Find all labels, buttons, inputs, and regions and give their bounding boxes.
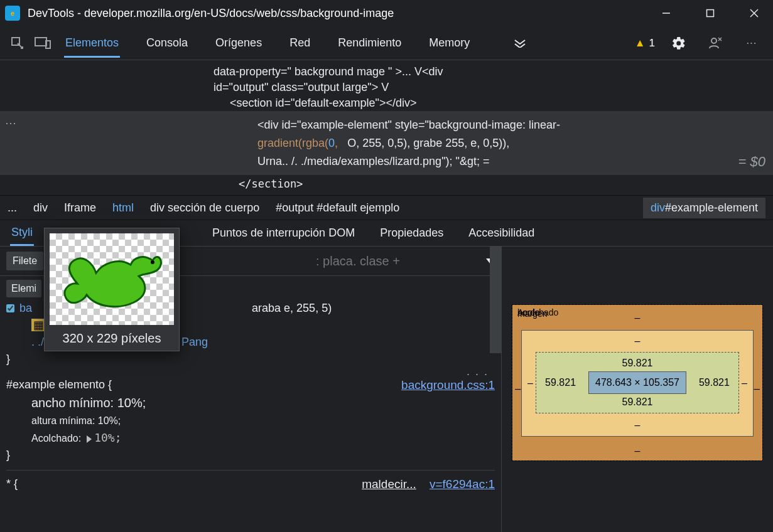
settings-icon[interactable] bbox=[666, 31, 691, 56]
subtab-styles[interactable]: Styli bbox=[10, 221, 34, 246]
source-hint[interactable]: maldecir... bbox=[362, 477, 416, 491]
css-function: gradient bbox=[257, 137, 298, 149]
svg-rect-1 bbox=[707, 10, 714, 17]
warning-count: 1 bbox=[649, 37, 655, 50]
subtab-accessibility[interactable]: Accesibilidad bbox=[467, 221, 536, 245]
crumb-body[interactable]: div sección de cuerpo bbox=[150, 201, 259, 215]
dom-text: <div id="example-element" style="backgro… bbox=[257, 119, 560, 131]
box-model[interactable]: margen – borde – – Acolchado 59.821 59.8… bbox=[512, 304, 763, 461]
css-property[interactable]: ba bbox=[19, 300, 32, 317]
dollar-zero: = $0 bbox=[738, 154, 765, 170]
padding-right[interactable]: 59.821 bbox=[699, 377, 730, 388]
dom-selected-node[interactable]: ⋯ <div id="example-element" style="backg… bbox=[0, 111, 773, 175]
breadcrumb: ... div Iframe html div sección de cuerp… bbox=[0, 195, 773, 220]
css-declaration[interactable]: ancho mínimo: 10%; bbox=[31, 396, 146, 410]
subtab-dom-breakpoints[interactable]: Puntos de interrupción DOM bbox=[211, 221, 356, 245]
device-icon[interactable] bbox=[30, 31, 55, 56]
dom-tree[interactable]: data-property=" background mage " >... V… bbox=[0, 60, 773, 195]
border-right[interactable]: – bbox=[742, 378, 747, 389]
dom-line[interactable]: data-property=" background mage " >... V… bbox=[0, 64, 773, 80]
image-dimensions: 320 x 229 píxeles bbox=[50, 331, 174, 346]
minimize-button[interactable] bbox=[652, 4, 680, 23]
element-badge: Elemi bbox=[6, 280, 41, 297]
margin-top[interactable]: – bbox=[635, 312, 641, 324]
padding-bottom[interactable]: 59.821 bbox=[622, 396, 653, 408]
border-left[interactable]: – bbox=[527, 378, 533, 389]
tab-performance[interactable]: Rendimiento bbox=[332, 29, 408, 57]
padding-left[interactable]: 59.821 bbox=[545, 377, 576, 388]
window-controls bbox=[652, 4, 768, 23]
filter-button[interactable]: Filete bbox=[6, 252, 43, 270]
kebab-icon[interactable]: ⋯ bbox=[739, 31, 764, 56]
css-value[interactable]: 10%; bbox=[94, 431, 121, 444]
style-toggle-checkbox[interactable] bbox=[6, 304, 14, 312]
tab-network[interactable]: Red bbox=[283, 29, 316, 57]
lizard-icon bbox=[58, 245, 165, 314]
styles-panel: Filete Elemi ba Cerca araba e, 255, 5) ,… bbox=[0, 247, 502, 532]
tab-sources[interactable]: Orígenes bbox=[209, 29, 268, 57]
warning-icon: ▲ bbox=[635, 37, 646, 50]
inspect-icon[interactable] bbox=[5, 31, 30, 56]
panel-tabs: Elementos Consola Orígenes Red Rendimien… bbox=[59, 29, 635, 57]
css-value[interactable]: araba e, 255, 5) bbox=[252, 300, 332, 317]
tab-memory[interactable]: Memory bbox=[423, 29, 476, 57]
class-input[interactable] bbox=[316, 254, 475, 269]
crumb-div[interactable]: div bbox=[33, 201, 48, 215]
margin-left[interactable]: – bbox=[515, 383, 521, 395]
margin-bottom[interactable]: – bbox=[635, 445, 641, 457]
css-function: rgba bbox=[302, 137, 325, 149]
account-icon[interactable] bbox=[703, 31, 728, 56]
dom-line[interactable]: </section> bbox=[0, 175, 773, 194]
window-title: DevTools - developer.mozilla.org/en-US/d… bbox=[28, 7, 652, 20]
dom-text: Urna.. /. ./media/examples/lizard.png");… bbox=[257, 155, 489, 168]
scrollbar[interactable] bbox=[490, 247, 501, 353]
expand-dots[interactable]: ⋯ bbox=[5, 116, 25, 130]
computed-panel: margen – borde – – Acolchado 59.821 59.8… bbox=[502, 247, 773, 532]
crumb-html[interactable]: html bbox=[112, 201, 134, 215]
titlebar: e DevTools - developer.mozilla.org/en-US… bbox=[0, 0, 773, 26]
tab-console[interactable]: Consola bbox=[140, 29, 194, 57]
dom-line[interactable]: <section id="default-example"></div> bbox=[0, 95, 773, 111]
main-toolbar: Elementos Consola Orígenes Red Rendimien… bbox=[0, 26, 773, 60]
css-number: 0 bbox=[328, 137, 335, 149]
crumb-selected[interactable]: div#example-element bbox=[643, 198, 765, 218]
image-preview-popover: 320 x 229 píxeles bbox=[44, 228, 180, 351]
svg-point-8 bbox=[151, 260, 154, 264]
image-preview bbox=[50, 233, 174, 325]
margin-right[interactable]: – bbox=[754, 383, 760, 395]
svg-point-7 bbox=[711, 38, 716, 43]
expand-icon[interactable] bbox=[87, 435, 92, 443]
content-size[interactable]: 478.643 × 105.357 bbox=[588, 371, 686, 394]
more-tabs-icon[interactable] bbox=[507, 31, 532, 56]
border-bottom[interactable]: – bbox=[635, 420, 641, 431]
subtab-properties[interactable]: Propiedades bbox=[379, 221, 445, 245]
dom-text: O, 255, 0,5), grabe 255, e, 0,5)), bbox=[347, 137, 509, 149]
padding-top[interactable]: 59.821 bbox=[622, 358, 653, 369]
crumb-tag: div bbox=[651, 201, 665, 214]
dom-line[interactable]: id="output" class="output large"> V bbox=[0, 80, 773, 95]
padding-label: Acolchado bbox=[517, 307, 558, 317]
css-property[interactable]: Acolchado: bbox=[31, 433, 81, 444]
warning-badge[interactable]: ▲ 1 bbox=[635, 37, 655, 50]
close-button[interactable] bbox=[740, 4, 768, 23]
svg-rect-5 bbox=[35, 38, 46, 46]
crumb-output[interactable]: #output #default ejemplo bbox=[276, 201, 399, 215]
tab-elements[interactable]: Elementos bbox=[59, 29, 125, 57]
css-declaration[interactable]: altura mínima: 10%; bbox=[31, 415, 121, 426]
border-top[interactable]: – bbox=[635, 336, 641, 347]
crumb-more[interactable]: ... bbox=[8, 201, 17, 215]
crumb-iframe[interactable]: Iframe bbox=[64, 201, 96, 215]
rule-menu-icon[interactable]: . . . bbox=[467, 363, 489, 380]
crumb-id: #example-element bbox=[665, 201, 758, 214]
maximize-button[interactable] bbox=[696, 4, 724, 23]
stylesheet-link[interactable]: v=f6294ac:1 bbox=[430, 477, 495, 491]
app-icon: e bbox=[5, 6, 20, 21]
